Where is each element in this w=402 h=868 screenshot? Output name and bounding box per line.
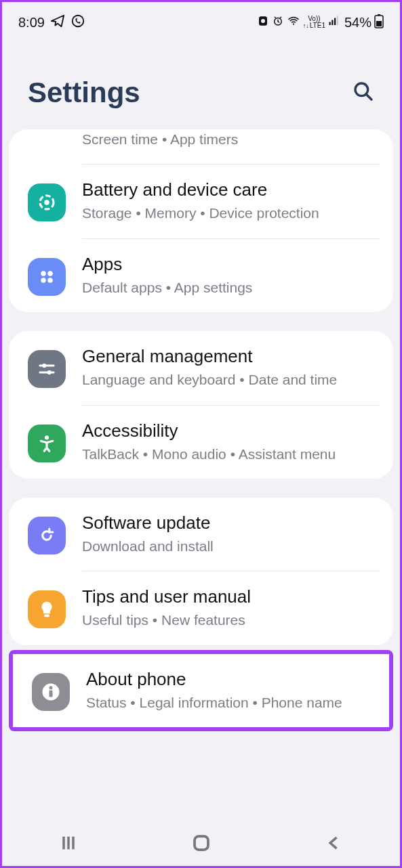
svg-rect-6 bbox=[331, 20, 333, 26]
battery-icon bbox=[374, 14, 384, 31]
settings-group: Screen time • App timers Battery and dev… bbox=[9, 129, 393, 312]
svg-point-19 bbox=[47, 278, 53, 283]
item-title: Software update bbox=[82, 513, 380, 534]
item-title: Accessibility bbox=[82, 420, 380, 441]
item-subtitle: Storage • Memory • Device protection bbox=[82, 203, 380, 223]
svg-rect-8 bbox=[337, 16, 338, 26]
alarm-icon bbox=[272, 15, 284, 30]
settings-item-battery-device-care[interactable]: Battery and device care Storage • Memory… bbox=[9, 165, 393, 238]
svg-rect-5 bbox=[329, 22, 330, 26]
accessibility-icon bbox=[28, 425, 66, 462]
item-subtitle: Language and keyboard • Date and time bbox=[82, 370, 380, 389]
recents-button[interactable] bbox=[59, 833, 78, 855]
volte-indicator: Vo)) ↑↓LTE1 bbox=[303, 16, 325, 29]
tips-icon bbox=[28, 590, 66, 628]
svg-point-4 bbox=[293, 23, 294, 24]
item-subtitle: Download and install bbox=[82, 536, 380, 556]
item-title: Tips and user manual bbox=[82, 586, 380, 607]
svg-point-23 bbox=[47, 370, 52, 374]
settings-item-tips-manual[interactable]: Tips and user manual Useful tips • New f… bbox=[9, 571, 393, 645]
svg-rect-32 bbox=[195, 836, 208, 850]
home-button[interactable] bbox=[191, 833, 212, 856]
settings-item-digital-wellbeing[interactable]: Screen time • App timers bbox=[9, 129, 393, 164]
settings-item-general-management[interactable]: General management Language and keyboard… bbox=[9, 331, 393, 404]
svg-rect-25 bbox=[44, 615, 49, 617]
settings-group: General management Language and keyboard… bbox=[9, 331, 393, 479]
item-title: General management bbox=[82, 346, 380, 367]
item-subtitle: TalkBack • Mono audio • Assistant menu bbox=[82, 444, 380, 464]
svg-point-21 bbox=[42, 364, 46, 368]
about-phone-highlight: About phone Status • Legal information •… bbox=[9, 650, 393, 731]
svg-point-27 bbox=[49, 686, 53, 689]
settings-item-software-update[interactable]: Software update Download and install bbox=[9, 498, 393, 571]
item-subtitle: Useful tips • New features bbox=[82, 610, 380, 630]
divider bbox=[22, 645, 380, 646]
settings-group: Software update Download and install Tip… bbox=[9, 498, 393, 646]
telegram-icon bbox=[50, 14, 65, 32]
svg-point-15 bbox=[44, 200, 49, 206]
svg-point-0 bbox=[73, 15, 84, 26]
signal-icon bbox=[328, 15, 340, 30]
item-subtitle: Default apps • App settings bbox=[82, 278, 380, 297]
svg-rect-10 bbox=[378, 14, 380, 16]
apps-icon bbox=[28, 258, 66, 296]
back-button[interactable] bbox=[325, 833, 344, 855]
battery-pct: 54% bbox=[344, 15, 371, 30]
page-title: Settings bbox=[28, 77, 140, 109]
status-right: Vo)) ↑↓LTE1 54% bbox=[257, 14, 384, 31]
item-title: About phone bbox=[86, 669, 376, 690]
device-care-icon bbox=[28, 183, 66, 221]
status-left: 8:09 bbox=[18, 14, 85, 32]
svg-point-24 bbox=[45, 435, 49, 439]
svg-point-17 bbox=[47, 271, 53, 276]
settings-header: Settings bbox=[2, 43, 400, 129]
svg-rect-28 bbox=[49, 690, 53, 697]
svg-point-16 bbox=[41, 271, 46, 276]
settings-item-apps[interactable]: Apps Default apps • App settings bbox=[9, 239, 393, 312]
svg-rect-11 bbox=[376, 21, 382, 26]
svg-line-13 bbox=[366, 94, 371, 100]
svg-point-18 bbox=[41, 278, 46, 283]
status-time: 8:09 bbox=[18, 15, 45, 30]
item-title: Battery and device care bbox=[82, 179, 380, 200]
item-title: Apps bbox=[82, 254, 380, 275]
search-icon[interactable] bbox=[353, 81, 374, 105]
nav-bar bbox=[2, 823, 400, 866]
settings-item-about-phone[interactable]: About phone Status • Legal information •… bbox=[13, 654, 389, 727]
item-subtitle: Status • Legal information • Phone name bbox=[86, 693, 376, 712]
whatsapp-icon bbox=[71, 14, 85, 32]
software-update-icon bbox=[28, 517, 66, 555]
notification-icon bbox=[257, 15, 269, 30]
wifi-icon bbox=[287, 15, 300, 30]
svg-point-2 bbox=[261, 19, 265, 23]
status-bar: 8:09 Vo)) ↑↓LTE1 54% bbox=[2, 2, 400, 43]
svg-rect-7 bbox=[334, 18, 336, 26]
item-subtitle: Screen time • App timers bbox=[82, 129, 380, 149]
settings-group-highlighted: About phone Status • Legal information •… bbox=[13, 654, 389, 727]
settings-item-accessibility[interactable]: Accessibility TalkBack • Mono audio • As… bbox=[9, 406, 393, 479]
general-management-icon bbox=[28, 350, 66, 388]
about-phone-icon bbox=[32, 673, 70, 711]
